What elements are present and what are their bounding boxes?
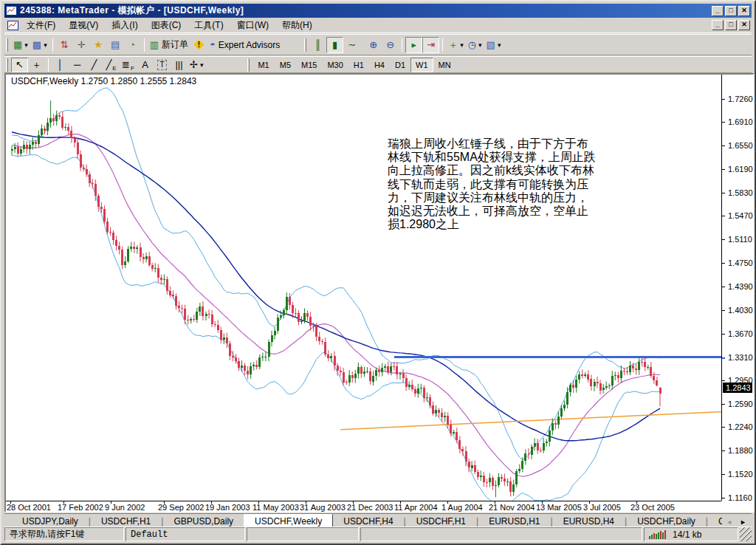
cycle-lines-button[interactable]: |||: [171, 58, 188, 72]
menu-charts[interactable]: 图表(C): [145, 18, 188, 33]
timeframe-m30-button[interactable]: M30: [322, 58, 348, 72]
market-watch-button[interactable]: ⇅: [56, 37, 73, 53]
candle-body: [551, 423, 554, 431]
templates-button[interactable]: ▧▾: [484, 37, 504, 53]
candle-body: [20, 149, 22, 154]
horizontal-line-icon: ─: [74, 60, 80, 70]
support-trendline[interactable]: [340, 411, 722, 429]
tab-scroll-right-button[interactable]: ►: [736, 517, 750, 527]
fibonacci-retracement-button[interactable]: ≣F: [120, 58, 137, 72]
trendline-icon: ╱: [92, 60, 97, 70]
candle-body: [426, 397, 428, 398]
date-tick-label: 23 Oct 2005: [630, 503, 675, 512]
window-controls: _□✕: [710, 6, 750, 16]
candle-body: [441, 413, 443, 417]
new-chart-button[interactable]: ▦▾: [11, 37, 30, 53]
chart-window[interactable]: USDCHF,Weekly 1.2750 1.2850 1.2555 1.284…: [4, 73, 755, 513]
status-profile[interactable]: Default: [126, 527, 245, 541]
candle-body: [32, 142, 34, 145]
auto-scroll-button[interactable]: ▸: [405, 37, 422, 53]
menu-help[interactable]: 帮助(H): [275, 18, 319, 33]
menu-insert[interactable]: 插入(I): [105, 18, 144, 33]
toolbar-grip[interactable]: [304, 38, 306, 52]
candle-body: [295, 313, 297, 314]
date-axis[interactable]: 28 Oct 200117 Feb 20029 Jun 200229 Sep 2…: [6, 501, 721, 511]
candle-body: [247, 371, 249, 374]
text-button[interactable]: A: [137, 58, 154, 72]
zoom-out-button[interactable]: ⊖: [382, 37, 399, 53]
menu-window[interactable]: 窗口(W): [230, 18, 275, 33]
toolbar-grip[interactable]: [6, 38, 8, 52]
candle-body: [181, 308, 183, 309]
indicators-list-button[interactable]: ＋▾: [446, 37, 466, 53]
candle-body: [417, 388, 419, 394]
timeframe-w1-button[interactable]: W1: [410, 58, 433, 72]
data-window-icon: ✛: [78, 40, 86, 50]
timeframe-m1-button[interactable]: M1: [252, 58, 274, 72]
text-label-button[interactable]: T: [154, 58, 171, 72]
price-tick-label: 1.1160: [728, 493, 752, 502]
timeframe-h1-button[interactable]: H1: [348, 58, 369, 72]
new-order-button[interactable]: ▥新订单: [148, 37, 190, 53]
price-tick-mark: [722, 263, 725, 264]
equidistant-channel-button[interactable]: ╱E: [103, 58, 120, 72]
minimize-button[interactable]: _: [712, 6, 724, 16]
horizontal-line-button[interactable]: ─: [69, 58, 86, 72]
timeframe-mn-button[interactable]: MN: [433, 58, 456, 72]
chart-shift-button[interactable]: ⇥: [422, 37, 439, 53]
bar-chart-button[interactable]: ║: [309, 37, 326, 53]
data-window-button[interactable]: ✛: [73, 37, 90, 53]
strategy-tester-button[interactable]: ◔: [124, 37, 141, 53]
candlestick-chart[interactable]: [9, 85, 722, 503]
alerts-button[interactable]: !: [190, 37, 207, 53]
window-titlebar[interactable]: 245388: MetaTrader - 模拟帐户 - [USDCHF,Week…: [4, 4, 752, 18]
crosshair-button[interactable]: ＋: [28, 58, 45, 72]
candle-body: [590, 379, 592, 386]
close-button[interactable]: ✕: [738, 6, 750, 16]
candle-body: [160, 278, 162, 280]
candle-body: [229, 343, 231, 356]
chart-profiles-button[interactable]: ▩▾: [30, 37, 49, 53]
candle-body: [348, 375, 351, 383]
periods-button[interactable]: ◷▾: [466, 37, 484, 53]
timeframe-m15-button[interactable]: M15: [296, 58, 322, 72]
candle-body: [166, 279, 168, 291]
candlestick-chart-button[interactable]: ▮: [326, 37, 343, 53]
candle-body: [638, 362, 640, 371]
price-tick-mark: [722, 498, 725, 498]
menu-view[interactable]: 显视(V): [62, 18, 105, 33]
mdi-close-button[interactable]: ✕: [738, 20, 750, 30]
mdi-maximize-button[interactable]: □: [725, 20, 737, 30]
tab-scroll-left-button[interactable]: ◄: [722, 517, 736, 527]
line-chart-button[interactable]: ∼: [343, 37, 360, 53]
candle-body: [357, 367, 360, 374]
zoom-in-button[interactable]: ⊕: [365, 37, 382, 53]
price-axis[interactable]: 1.72601.69101.65501.61901.58301.54701.51…: [721, 75, 753, 501]
timeframe-h4-button[interactable]: H4: [369, 58, 390, 72]
maximize-button[interactable]: □: [725, 6, 737, 16]
toolbar-grip[interactable]: [6, 58, 8, 72]
timeframe-d1-button[interactable]: D1: [390, 58, 410, 72]
candle-body: [653, 376, 655, 380]
trendline-button[interactable]: ╱: [86, 58, 103, 72]
candle-body: [252, 365, 255, 366]
cursor-button[interactable]: ↖: [11, 58, 28, 72]
toolbar-grip[interactable]: [247, 58, 250, 72]
candle-body: [303, 313, 306, 321]
resize-grip[interactable]: [740, 527, 752, 541]
terminal-button[interactable]: ▤: [107, 37, 124, 53]
timeframe-m5-button[interactable]: M5: [275, 58, 296, 72]
chart-profiles-icon: ▩: [32, 40, 41, 50]
mdi-minimize-button[interactable]: _: [712, 20, 724, 30]
navigator-button[interactable]: ★: [90, 37, 107, 53]
candle-body: [366, 371, 368, 372]
expert-advisors-button[interactable]: ◓Expert Advisors: [207, 37, 282, 53]
vertical-line-button[interactable]: │: [52, 58, 69, 72]
menu-file[interactable]: 文件(F): [20, 18, 62, 33]
candle-body: [306, 313, 309, 317]
arrows-button[interactable]: ✢▾: [188, 58, 205, 72]
candle-body: [312, 326, 315, 326]
candle-body: [659, 388, 662, 394]
candle-body: [47, 123, 49, 131]
menu-tools[interactable]: 工具(T): [188, 18, 230, 33]
